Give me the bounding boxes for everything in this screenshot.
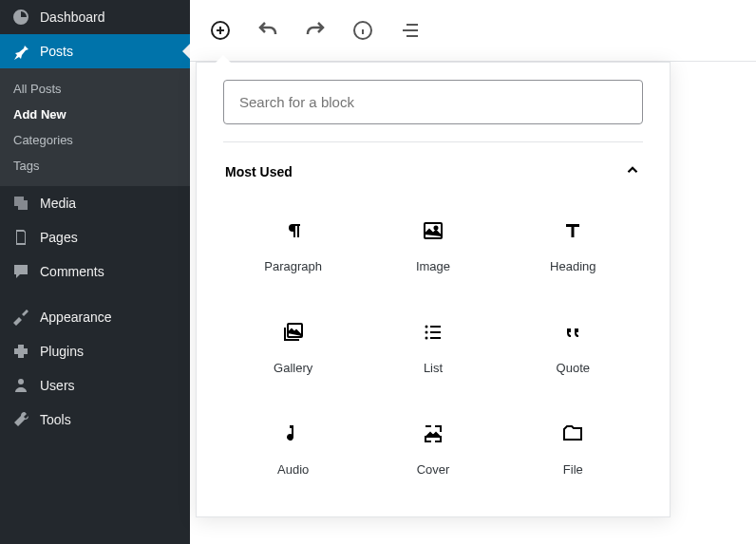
block-grid: Paragraph Image Heading Gallery List Quo… xyxy=(223,195,643,499)
audio-icon xyxy=(280,421,307,447)
sidebar-label: Pages xyxy=(40,230,78,245)
svg-rect-11 xyxy=(430,337,441,339)
plugins-icon xyxy=(11,342,30,361)
gallery-icon xyxy=(280,319,307,346)
pin-icon xyxy=(11,42,30,61)
submenu-categories[interactable]: Categories xyxy=(0,127,190,153)
svg-point-0 xyxy=(18,379,24,385)
block-label: Image xyxy=(416,259,450,273)
block-label: Cover xyxy=(417,462,450,477)
undo-button[interactable] xyxy=(255,17,281,44)
block-gallery[interactable]: Gallery xyxy=(223,296,363,398)
sidebar-label: Tools xyxy=(40,412,71,427)
outline-button[interactable] xyxy=(397,17,424,44)
sidebar-label: Plugins xyxy=(40,344,84,359)
editor-main: a block Most Used Paragraph Image Headin… xyxy=(190,0,756,544)
info-button[interactable] xyxy=(350,17,376,44)
svg-rect-7 xyxy=(430,326,441,328)
tools-icon xyxy=(11,410,30,429)
posts-submenu: All Posts Add New Categories Tags xyxy=(0,68,190,186)
users-icon xyxy=(11,376,30,395)
sidebar-item-users[interactable]: Users xyxy=(0,368,190,403)
add-block-button[interactable] xyxy=(207,17,234,44)
media-icon xyxy=(11,194,30,213)
image-icon xyxy=(420,217,446,244)
appearance-icon xyxy=(11,308,30,327)
most-used-section-header[interactable]: Most Used xyxy=(223,141,643,195)
svg-point-4 xyxy=(434,227,437,230)
block-image[interactable]: Image xyxy=(363,195,502,296)
block-search-input[interactable] xyxy=(223,80,643,124)
block-heading[interactable]: Heading xyxy=(503,195,643,296)
heading-icon xyxy=(559,217,586,244)
svg-point-6 xyxy=(425,326,427,328)
svg-point-10 xyxy=(425,337,427,340)
sidebar-item-plugins[interactable]: Plugins xyxy=(0,334,190,368)
sidebar-item-posts[interactable]: Posts xyxy=(0,34,190,68)
paragraph-icon xyxy=(280,217,307,244)
block-list[interactable]: List xyxy=(363,296,502,398)
submenu-add-new[interactable]: Add New xyxy=(0,102,190,127)
sidebar-label: Dashboard xyxy=(40,9,105,25)
sidebar-label: Appearance xyxy=(40,310,112,325)
sidebar-item-comments[interactable]: Comments xyxy=(0,254,190,289)
sidebar-item-dashboard[interactable]: Dashboard xyxy=(0,0,190,34)
pages-icon xyxy=(11,228,30,247)
file-icon xyxy=(559,421,586,447)
list-icon xyxy=(420,319,446,346)
block-label: Paragraph xyxy=(264,259,322,273)
block-cover[interactable]: Cover xyxy=(363,398,502,499)
admin-sidebar: Dashboard Posts All Posts Add New Catego… xyxy=(0,0,190,544)
block-inserter-panel: Most Used Paragraph Image Heading Galler… xyxy=(196,62,671,517)
block-audio[interactable]: Audio xyxy=(223,398,363,499)
section-title: Most Used xyxy=(225,164,293,179)
sidebar-item-tools[interactable]: Tools xyxy=(0,403,190,437)
comments-icon xyxy=(11,262,30,281)
editor-toolbar xyxy=(190,0,756,62)
chevron-up-icon xyxy=(624,161,641,181)
submenu-all-posts[interactable]: All Posts xyxy=(0,76,190,102)
block-label: File xyxy=(563,462,583,477)
sidebar-label: Users xyxy=(40,378,75,393)
dashboard-icon xyxy=(11,8,30,27)
svg-rect-9 xyxy=(430,331,441,333)
sidebar-item-pages[interactable]: Pages xyxy=(0,220,190,254)
cover-icon xyxy=(420,421,446,447)
sidebar-label: Comments xyxy=(40,264,104,279)
block-quote[interactable]: Quote xyxy=(503,296,643,398)
block-label: List xyxy=(424,361,443,375)
block-label: Quote xyxy=(557,361,590,375)
block-label: Gallery xyxy=(274,361,312,375)
sidebar-item-media[interactable]: Media xyxy=(0,186,190,220)
block-file[interactable]: File xyxy=(503,398,643,499)
block-label: Heading xyxy=(550,259,595,273)
svg-point-8 xyxy=(425,331,427,334)
block-label: Audio xyxy=(277,462,309,477)
redo-button[interactable] xyxy=(302,17,329,44)
sidebar-item-appearance[interactable]: Appearance xyxy=(0,300,190,334)
sidebar-label: Posts xyxy=(40,44,73,59)
block-paragraph[interactable]: Paragraph xyxy=(223,195,363,296)
sidebar-label: Media xyxy=(40,196,76,211)
submenu-tags[interactable]: Tags xyxy=(0,153,190,178)
quote-icon xyxy=(559,319,586,346)
